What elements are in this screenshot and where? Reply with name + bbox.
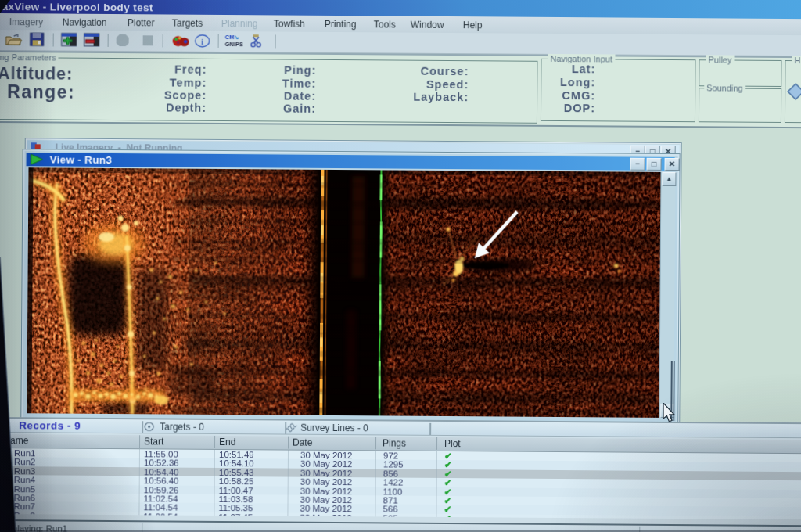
- svg-text:i: i: [201, 36, 203, 45]
